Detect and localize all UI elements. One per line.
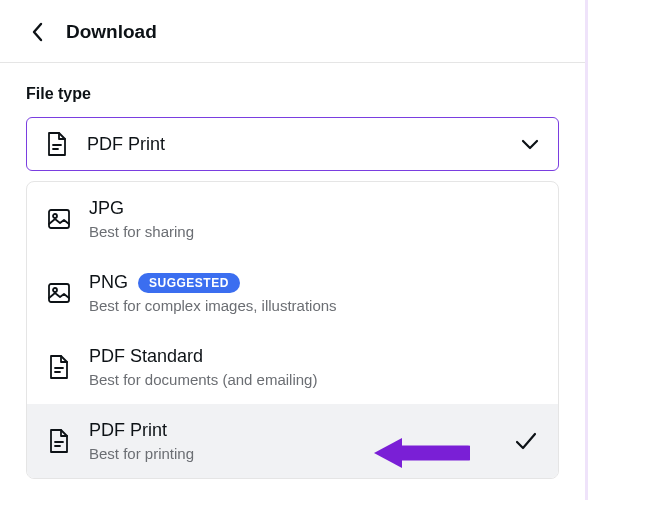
option-title: PDF Print bbox=[89, 420, 167, 441]
option-desc: Best for documents (and emailing) bbox=[89, 371, 538, 388]
check-icon bbox=[514, 429, 538, 453]
option-body: JPG Best for sharing bbox=[89, 198, 538, 240]
back-button[interactable] bbox=[26, 20, 50, 44]
svg-point-3 bbox=[53, 214, 57, 218]
panel-title: Download bbox=[66, 21, 157, 43]
svg-rect-4 bbox=[49, 284, 69, 302]
chevron-down-icon bbox=[520, 134, 540, 154]
option-pdf-print[interactable]: PDF Print Best for printing bbox=[27, 404, 558, 478]
document-icon bbox=[47, 429, 71, 453]
option-pdf-standard[interactable]: PDF Standard Best for documents (and ema… bbox=[27, 330, 558, 404]
image-icon bbox=[47, 207, 71, 231]
option-desc: Best for sharing bbox=[89, 223, 538, 240]
option-body: PNG SUGGESTED Best for complex images, i… bbox=[89, 272, 538, 314]
filetype-label: File type bbox=[26, 85, 559, 103]
option-title: PNG bbox=[89, 272, 128, 293]
svg-rect-2 bbox=[49, 210, 69, 228]
option-body: PDF Print Best for printing bbox=[89, 420, 496, 462]
option-desc: Best for complex images, illustrations bbox=[89, 297, 538, 314]
option-title: PDF Standard bbox=[89, 346, 203, 367]
svg-point-5 bbox=[53, 288, 57, 292]
filetype-dropdown: JPG Best for sharing PNG SUGGEST bbox=[26, 181, 559, 479]
panel-header: Download bbox=[0, 0, 585, 63]
option-desc: Best for printing bbox=[89, 445, 496, 462]
download-panel: Download File type PDF Print bbox=[0, 0, 588, 500]
image-icon bbox=[47, 281, 71, 305]
option-png[interactable]: PNG SUGGESTED Best for complex images, i… bbox=[27, 256, 558, 330]
filetype-select[interactable]: PDF Print bbox=[26, 117, 559, 171]
document-icon bbox=[47, 355, 71, 379]
option-body: PDF Standard Best for documents (and ema… bbox=[89, 346, 538, 388]
option-jpg[interactable]: JPG Best for sharing bbox=[27, 182, 558, 256]
filetype-section: File type PDF Print bbox=[0, 63, 585, 479]
document-icon bbox=[45, 132, 69, 156]
filetype-selected-value: PDF Print bbox=[87, 134, 502, 155]
suggested-badge: SUGGESTED bbox=[138, 273, 240, 293]
chevron-left-icon bbox=[32, 22, 44, 42]
option-title: JPG bbox=[89, 198, 124, 219]
